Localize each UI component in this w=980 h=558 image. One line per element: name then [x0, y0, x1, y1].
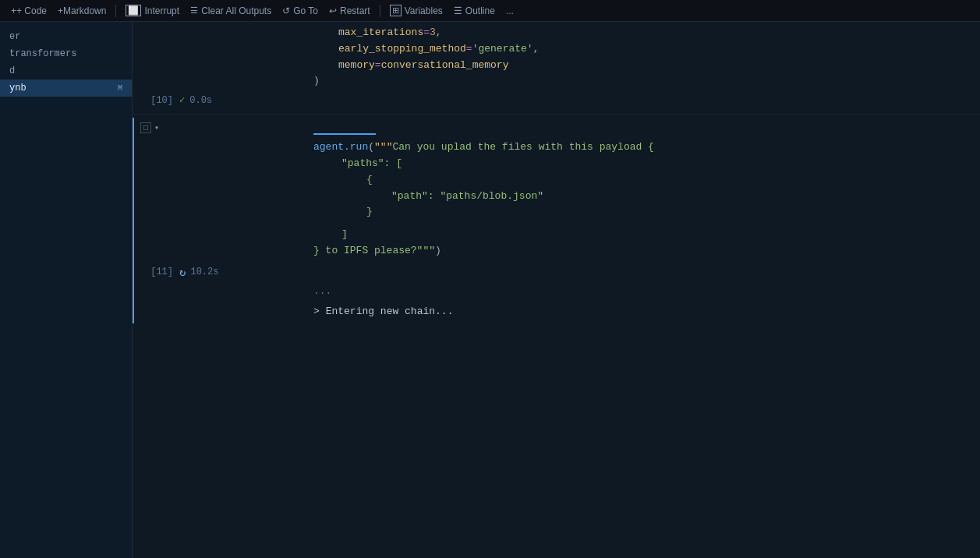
cell-expand-arrow[interactable]: ▾ — [154, 123, 159, 132]
code-line: memory=conversational_memory — [313, 58, 980, 74]
code-line-2: "paths": [ — [341, 156, 980, 172]
cell-11-dots-output: ... — [134, 282, 980, 300]
toolbar-sep-2 — [380, 5, 380, 17]
cell-11-number: [11] — [140, 267, 179, 277]
code-line: early_stopping_method='generate', — [313, 41, 980, 58]
cell-11: □ ▾ agent.run("""Can you uplad the files… — [133, 118, 980, 323]
output-chain-line: > Entering new chain... — [313, 303, 980, 320]
cell-10-code: max_iterations=3, early_stopping_method=… — [134, 22, 980, 93]
sidebar: er transformers d ynb M — [0, 22, 133, 558]
code-line-6: ] — [341, 227, 980, 243]
toolbar: + + Code + Markdown ⬜ Interrupt ☰ Clear … — [0, 0, 980, 22]
cell-11-controls: □ ▾ — [140, 122, 179, 133]
outline-icon: ☰ — [454, 5, 462, 16]
cell-11-time: 10.2s — [190, 267, 218, 277]
restart-icon: ↩ — [329, 5, 337, 16]
sidebar-item-ynb-badge: M — [118, 84, 122, 93]
add-markdown-button[interactable]: + Markdown — [53, 4, 111, 18]
code-line-3: { — [366, 172, 980, 189]
code-line: max_iterations=3, — [313, 25, 980, 41]
interrupt-button[interactable]: ⬜ Interrupt — [121, 3, 184, 18]
sidebar-item-transformers[interactable]: transformers — [0, 45, 132, 62]
output-entering: Entering new chain... — [326, 305, 454, 317]
spin-icon: ↻ — [179, 266, 186, 279]
cell-11-status: ↻ 10.2s — [179, 266, 218, 279]
cell-divider-1 — [133, 114, 980, 115]
cell-10-status-row: [10] ✓ 0.0s — [134, 93, 980, 111]
outline-button[interactable]: ☰ Outline — [449, 4, 500, 18]
plus-markdown-icon: + — [58, 5, 63, 16]
sidebar-item-ynb[interactable]: ynb M — [0, 79, 132, 97]
code-line: ) — [313, 73, 980, 90]
toolbar-sep-1 — [115, 5, 116, 17]
cell-10: max_iterations=3, early_stopping_method=… — [133, 22, 980, 111]
running-bar — [313, 133, 376, 135]
cell-11-code: agent.run("""Can you uplad the files wit… — [134, 138, 980, 263]
code-line-5: } — [366, 204, 980, 221]
cell-collapse-button[interactable]: □ — [140, 122, 151, 133]
clear-all-outputs-button[interactable]: ☰ Clear All Outputs — [186, 4, 276, 18]
add-code-button[interactable]: + + Code — [6, 4, 51, 18]
cell-11-status-row: [11] ↻ 10.2s — [134, 263, 980, 282]
code-line-1: agent.run("""Can you uplad the files wit… — [313, 140, 980, 156]
sidebar-item-d[interactable]: d — [0, 62, 132, 79]
variables-icon: ⊞ — [390, 5, 402, 16]
code-line-4: "path": "paths/blob.json" — [391, 189, 980, 205]
main-layout: er transformers d ynb M max_iterations=3… — [0, 22, 980, 558]
cell-10-status: ✓ 0.0s — [179, 94, 212, 106]
plus-code-icon: + — [11, 5, 16, 16]
go-to-button[interactable]: ↺ Go To — [278, 4, 323, 18]
interrupt-icon: ⬜ — [126, 5, 141, 16]
cell-11-output: > Entering new chain... — [134, 300, 980, 323]
cell-10-number: [10] — [140, 95, 179, 106]
notebook-area[interactable]: max_iterations=3, early_stopping_method=… — [133, 22, 980, 558]
check-icon: ✓ — [179, 94, 185, 106]
code-line-7: } to IPFS please?""") — [313, 243, 980, 260]
more-button[interactable]: ... — [501, 4, 518, 18]
cell-11-header: □ ▾ — [134, 118, 980, 133]
go-to-icon: ↺ — [282, 5, 290, 16]
sidebar-item-ynb-label: ynb — [9, 83, 27, 94]
clear-icon: ☰ — [190, 5, 198, 16]
variables-button[interactable]: ⊞ Variables — [385, 3, 448, 18]
cell-10-time: 0.0s — [189, 95, 212, 106]
output-gt: > — [313, 305, 320, 317]
restart-button[interactable]: ↩ Restart — [324, 4, 375, 18]
sidebar-item-er[interactable]: er — [0, 28, 132, 45]
